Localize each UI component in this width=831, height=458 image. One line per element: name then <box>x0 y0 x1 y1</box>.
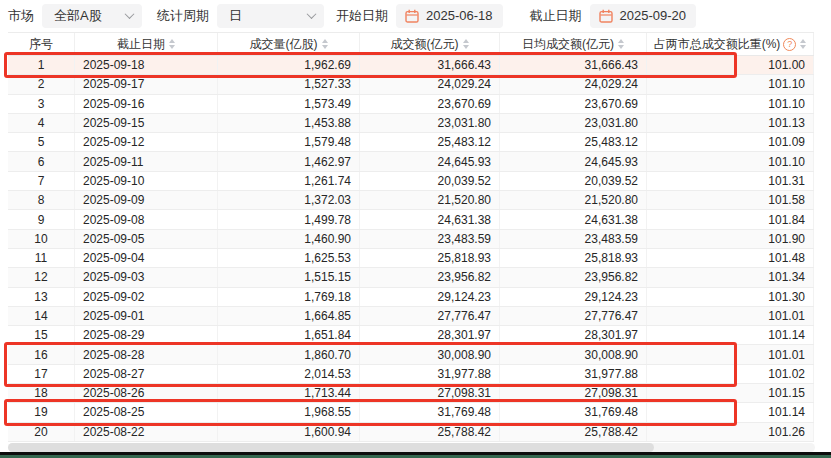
cell-volume: 1,515.15 <box>218 268 360 286</box>
sort-icon[interactable] <box>322 39 328 49</box>
cell-index: 2 <box>8 75 75 93</box>
cell-index: 4 <box>8 114 75 132</box>
table-row: 42025-09-151,453.8823,031.8023,031.80101… <box>8 114 814 133</box>
sort-icon[interactable] <box>463 39 469 49</box>
table-row: 12025-09-181,962.6931,666.4331,666.43101… <box>8 56 814 75</box>
cell-date: 2025-09-04 <box>75 249 218 267</box>
table-header: 序号 截止日期 成交量(亿股) 成交额(亿元) 日均成交额(亿元) <box>8 32 814 56</box>
cell-index: 15 <box>8 326 75 344</box>
cell-volume: 1,769.18 <box>218 288 360 306</box>
cell-pct: 101.02 <box>647 365 814 383</box>
cell-turnover: 23,670.69 <box>360 95 500 113</box>
cell-pct: 101.01 <box>647 307 814 325</box>
help-icon[interactable]: ? <box>783 38 796 51</box>
table-row: 112025-09-041,625.5325,818.9325,818.9310… <box>8 249 814 268</box>
cell-avg-turnover: 23,956.82 <box>500 268 647 286</box>
cell-index: 10 <box>8 230 75 248</box>
cell-pct: 101.90 <box>647 230 814 248</box>
cell-avg-turnover: 25,818.93 <box>500 249 647 267</box>
cell-volume: 1,460.90 <box>218 230 360 248</box>
chevron-down-icon <box>307 9 317 19</box>
cell-pct: 101.31 <box>647 172 814 190</box>
cell-pct: 101.84 <box>647 210 814 228</box>
cell-avg-turnover: 24,645.93 <box>500 152 647 170</box>
cell-volume: 1,625.53 <box>218 249 360 267</box>
column-header-label: 序号 <box>29 36 53 53</box>
cell-turnover: 21,520.80 <box>360 191 500 209</box>
cell-pct: 101.30 <box>647 288 814 306</box>
table-row: 132025-09-021,769.1829,124.2329,124.2310… <box>8 288 814 307</box>
column-header-date[interactable]: 截止日期 <box>75 33 218 55</box>
cell-date: 2025-08-26 <box>75 384 218 402</box>
cell-index: 9 <box>8 210 75 228</box>
cell-volume: 1,261.74 <box>218 172 360 190</box>
horizontal-scrollbar-thumb[interactable] <box>8 443 654 452</box>
cell-pct: 101.26 <box>647 423 814 441</box>
cell-volume: 1,600.94 <box>218 423 360 441</box>
cell-volume: 1,579.48 <box>218 133 360 151</box>
cell-volume: 1,713.44 <box>218 384 360 402</box>
cell-date: 2025-08-29 <box>75 326 218 344</box>
table-row: 122025-09-031,515.1523,956.8223,956.8210… <box>8 268 814 287</box>
cell-index: 18 <box>8 384 75 402</box>
cell-index: 19 <box>8 403 75 421</box>
cell-date: 2025-09-05 <box>75 230 218 248</box>
cell-date: 2025-09-15 <box>75 114 218 132</box>
market-select[interactable]: 全部A股 <box>42 4 142 28</box>
cell-index: 11 <box>8 249 75 267</box>
cell-date: 2025-09-18 <box>75 56 218 74</box>
cell-date: 2025-09-17 <box>75 75 218 93</box>
cell-volume: 1,664.85 <box>218 307 360 325</box>
cell-turnover: 23,483.59 <box>360 230 500 248</box>
market-select-value: 全部A股 <box>54 7 102 25</box>
cell-pct: 101.14 <box>647 326 814 344</box>
cell-avg-turnover: 31,769.48 <box>500 403 647 421</box>
sort-icon[interactable] <box>618 39 624 49</box>
cell-index: 13 <box>8 288 75 306</box>
cell-index: 8 <box>8 191 75 209</box>
column-header-turnover[interactable]: 成交额(亿元) <box>360 33 500 55</box>
cell-index: 5 <box>8 133 75 151</box>
column-header-volume[interactable]: 成交量(亿股) <box>218 33 360 55</box>
calendar-icon <box>405 9 419 23</box>
column-header-avg-turnover[interactable]: 日均成交额(亿元) <box>500 33 647 55</box>
sort-icon[interactable] <box>800 39 806 49</box>
period-select[interactable]: 日 <box>217 4 324 28</box>
table-row: 32025-09-161,573.4923,670.6923,670.69101… <box>8 95 814 114</box>
table-row: 142025-09-011,664.8527,776.4727,776.4710… <box>8 307 814 326</box>
table-row: 52025-09-121,579.4825,483.1225,483.12101… <box>8 133 814 152</box>
table-row: 202025-08-221,600.9425,788.4225,788.4210… <box>8 423 814 442</box>
cell-turnover: 23,956.82 <box>360 268 500 286</box>
table-row: 182025-08-261,713.4427,098.3127,098.3110… <box>8 384 814 403</box>
end-date-picker[interactable]: 2025-09-20 <box>590 4 697 28</box>
column-header-label: 日均成交额(亿元) <box>522 36 614 53</box>
period-select-value: 日 <box>229 7 242 25</box>
cell-volume: 1,499.78 <box>218 210 360 228</box>
end-date-value: 2025-09-20 <box>620 8 687 23</box>
table-row: 92025-09-081,499.7824,631.3824,631.38101… <box>8 210 814 229</box>
start-date-picker[interactable]: 2025-06-18 <box>396 4 503 28</box>
cell-volume: 1,372.03 <box>218 191 360 209</box>
cell-pct: 101.00 <box>647 56 814 74</box>
cell-avg-turnover: 23,483.59 <box>500 230 647 248</box>
cell-avg-turnover: 30,008.90 <box>500 345 647 363</box>
cell-volume: 1,453.88 <box>218 114 360 132</box>
stats-table: 序号 截止日期 成交量(亿股) 成交额(亿元) 日均成交额(亿元) <box>8 32 814 442</box>
cell-pct: 101.10 <box>647 95 814 113</box>
horizontal-scrollbar-track[interactable] <box>8 443 815 452</box>
cell-date: 2025-09-16 <box>75 95 218 113</box>
column-header-index: 序号 <box>8 33 75 55</box>
cell-date: 2025-09-03 <box>75 268 218 286</box>
cell-turnover: 29,124.23 <box>360 288 500 306</box>
cell-date: 2025-09-10 <box>75 172 218 190</box>
cell-index: 7 <box>8 172 75 190</box>
table-row: 62025-09-111,462.9724,645.9324,645.93101… <box>8 152 814 171</box>
cell-date: 2025-08-27 <box>75 365 218 383</box>
column-header-pct[interactable]: 占两市总成交额比重(%) ? <box>647 33 814 55</box>
sort-icon[interactable] <box>169 39 175 49</box>
table-row: 82025-09-091,372.0321,520.8021,520.80101… <box>8 191 814 210</box>
cell-turnover: 31,666.43 <box>360 56 500 74</box>
cell-volume: 1,651.84 <box>218 326 360 344</box>
cell-date: 2025-09-02 <box>75 288 218 306</box>
cell-avg-turnover: 29,124.23 <box>500 288 647 306</box>
